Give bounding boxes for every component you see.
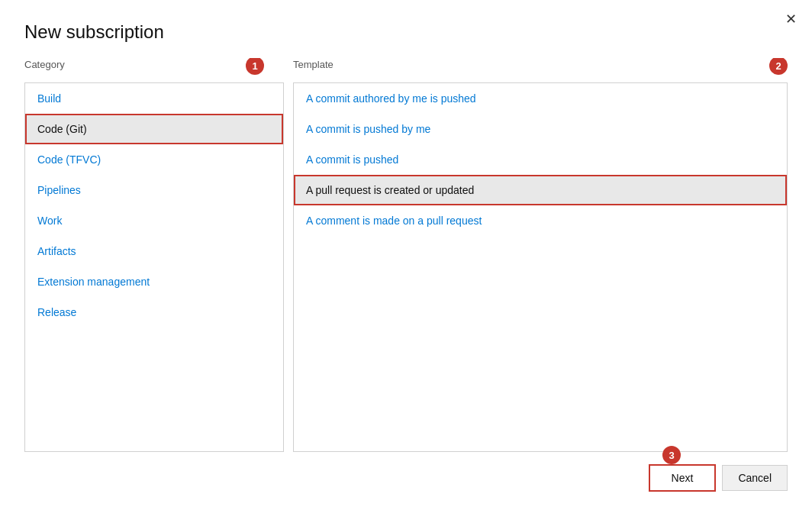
category-item-code-tfvc[interactable]: Code (TFVC) <box>25 144 283 175</box>
template-item-commit-pushed[interactable]: A commit is pushed <box>294 144 787 175</box>
category-item-pipelines[interactable]: Pipelines <box>25 175 283 205</box>
badge-2: 2 <box>769 58 788 75</box>
category-item-extension-management[interactable]: Extension management <box>25 266 283 297</box>
next-button[interactable]: Next <box>649 464 717 492</box>
category-label: Category <box>24 59 65 70</box>
template-panel: Template 2 A commit authored by me is pu… <box>293 58 788 452</box>
template-item-commit-pushed-by-me[interactable]: A commit is pushed by me <box>294 114 787 144</box>
category-list: Build Code (Git) Code (TFVC) Pipelines W… <box>24 82 284 452</box>
template-list: A commit authored by me is pushed A comm… <box>293 82 788 452</box>
cancel-button[interactable]: Cancel <box>722 465 788 491</box>
content-area: Category 1 Build Code (Git) Code (TFVC) … <box>24 58 788 452</box>
category-item-code-git[interactable]: Code (Git) <box>25 114 283 144</box>
badge-3: 3 <box>662 446 681 464</box>
new-subscription-dialog: ✕ New subscription Category 1 Build Code… <box>0 0 812 510</box>
category-item-artifacts[interactable]: Artifacts <box>25 236 283 266</box>
category-panel: Category 1 Build Code (Git) Code (TFVC) … <box>24 58 284 452</box>
badge-1: 1 <box>246 58 264 75</box>
dialog-footer: 3 Next Cancel <box>24 452 788 492</box>
template-label: Template <box>293 59 334 70</box>
dialog-title: New subscription <box>24 21 788 43</box>
template-header: Template 2 <box>293 58 788 76</box>
template-item-comment-pull[interactable]: A comment is made on a pull request <box>294 205 787 236</box>
template-item-pull-request[interactable]: A pull request is created or updated <box>294 175 787 205</box>
category-item-work[interactable]: Work <box>25 205 283 236</box>
category-item-build[interactable]: Build <box>25 83 283 114</box>
close-button[interactable]: ✕ <box>785 12 797 26</box>
category-item-release[interactable]: Release <box>25 297 283 328</box>
category-header: Category 1 <box>24 58 284 76</box>
template-item-commit-authored[interactable]: A commit authored by me is pushed <box>294 83 787 114</box>
